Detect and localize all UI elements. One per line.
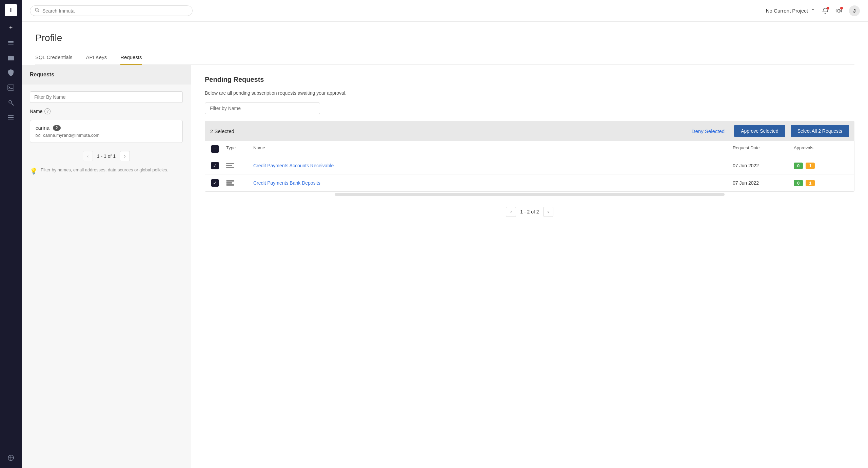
filter-by-name-input[interactable] <box>30 91 183 103</box>
row2-name[interactable]: Credit Payments Bank Deposits <box>250 175 729 190</box>
user-email: carina.myrand@immuta.com <box>36 133 177 138</box>
svg-rect-2 <box>8 44 14 44</box>
type-icon-row1 <box>226 163 246 168</box>
sidebar-item-layers[interactable] <box>5 37 17 49</box>
name-column-header: Name ? <box>30 108 183 114</box>
user-name: carina <box>36 125 50 131</box>
row2-type <box>223 175 250 190</box>
tab-sql-credentials[interactable]: SQL Credentials <box>35 52 73 65</box>
requests-section: 2 Selected Deny Selected Approve Selecte… <box>205 121 854 197</box>
col-approvals: Approvals <box>790 141 838 157</box>
broadcast-button[interactable] <box>835 7 842 14</box>
filter-name-input[interactable] <box>205 102 320 114</box>
svg-rect-1 <box>8 42 14 43</box>
col-actions <box>838 141 851 157</box>
col-checkbox: − <box>208 141 223 157</box>
col-name: Name <box>250 141 729 157</box>
sidebar-item-add[interactable]: + <box>5 22 17 34</box>
type-icon-row2 <box>226 180 246 186</box>
tab-api-keys[interactable]: API Keys <box>86 52 107 65</box>
left-panel-header: Requests <box>22 65 191 85</box>
approve-selected-button[interactable]: Approve Selected <box>734 125 785 137</box>
svg-rect-9 <box>8 117 14 118</box>
selection-bar: 2 Selected Deny Selected Approve Selecte… <box>205 121 854 141</box>
selected-count: 2 Selected <box>210 128 682 134</box>
content: Profile SQL Credentials API Keys Request… <box>22 22 868 468</box>
checkbox-row2[interactable]: ✓ <box>211 179 219 187</box>
left-panel-body: Name ? carina 2 carina.myrand@immuta.com <box>22 85 191 468</box>
right-panel: Pending Requests Below are all pending s… <box>191 65 868 468</box>
body-split: Requests Name ? carina 2 ca <box>22 65 868 468</box>
notification-dot <box>827 7 829 10</box>
row1-approvals: 0 1 <box>790 158 838 174</box>
requests-pagination-info: 1 - 2 of 2 <box>520 209 539 214</box>
deny-selected-button[interactable]: Deny Selected <box>688 126 729 136</box>
table-row: ✓ Credit Payments Accounts Receivable <box>205 157 854 174</box>
row1-checkbox[interactable]: ✓ <box>208 157 223 174</box>
left-pagination: ‹ 1 - 1 of 1 › <box>30 151 183 161</box>
user-card[interactable]: carina 2 carina.myrand@immuta.com <box>30 120 183 143</box>
pending-title: Pending Requests <box>205 76 854 83</box>
table-row: ✓ Credit Payments Bank Deposits 07 J <box>205 174 854 191</box>
sidebar-item-terminal[interactable] <box>5 81 17 94</box>
pagination-info: 1 - 1 of 1 <box>97 153 116 159</box>
pending-desc: Below are all pending subscription reque… <box>205 90 854 96</box>
project-label: No Current Project <box>766 8 808 14</box>
select-all-button[interactable]: Select All 2 Requests <box>791 125 849 137</box>
user-badge: 2 <box>53 125 61 131</box>
page-header: Profile SQL Credentials API Keys Request… <box>22 22 868 65</box>
main-content: No Current Project ⌃ J Profile SQL Crede… <box>22 0 868 468</box>
search-icon <box>35 8 40 14</box>
tabs: SQL Credentials API Keys Requests <box>35 52 854 65</box>
prev-requests-button[interactable]: ‹ <box>506 207 516 217</box>
select-all-checkbox[interactable]: − <box>211 145 219 153</box>
row2-date: 07 Jun 2022 <box>729 175 790 190</box>
row1-approved-badge: 0 <box>794 163 803 169</box>
svg-rect-16 <box>838 10 840 12</box>
checkbox-row1[interactable]: ✓ <box>211 162 219 169</box>
svg-point-14 <box>35 8 38 11</box>
sidebar-item-list[interactable] <box>5 111 17 124</box>
col-date: Request Date <box>729 141 790 157</box>
bottom-pagination: ‹ 1 - 2 of 2 › <box>205 207 854 217</box>
sidebar-item-shield[interactable] <box>5 67 17 79</box>
sidebar: I + <box>0 0 22 468</box>
prev-page-button[interactable]: ‹ <box>83 151 93 161</box>
topbar: No Current Project ⌃ J <box>22 0 868 22</box>
col-type: Type <box>223 141 250 157</box>
horizontal-scrollbar[interactable] <box>335 193 725 196</box>
row1-name[interactable]: Credit Payments Accounts Receivable <box>250 158 729 173</box>
table-header: − Type Name Request Date Approvals <box>205 141 854 157</box>
next-page-button[interactable]: › <box>120 151 130 161</box>
svg-rect-3 <box>8 85 14 90</box>
notifications-button[interactable] <box>822 7 829 14</box>
svg-line-15 <box>38 11 39 12</box>
help-icon[interactable]: ? <box>44 108 51 114</box>
user-card-top: carina 2 <box>36 125 177 131</box>
chevron-icon: ⌃ <box>811 8 815 14</box>
svg-rect-10 <box>8 119 14 119</box>
row1-pending-badge: 1 <box>806 163 815 169</box>
row2-scroll <box>838 178 851 188</box>
next-requests-button[interactable]: › <box>543 207 553 217</box>
row2-approvals: 0 1 <box>790 175 838 191</box>
hint-box: 💡 Filter by names, email addresses, data… <box>30 167 183 176</box>
sidebar-logo[interactable]: I <box>5 4 17 16</box>
row2-approvals-cell: 0 1 <box>794 180 834 186</box>
svg-rect-8 <box>8 115 14 116</box>
search-input[interactable] <box>42 8 188 14</box>
row1-scroll <box>838 161 851 170</box>
user-avatar[interactable]: J <box>849 5 860 16</box>
tab-requests[interactable]: Requests <box>120 52 142 65</box>
sidebar-item-settings[interactable] <box>5 452 17 464</box>
left-panel: Requests Name ? carina 2 ca <box>22 65 191 468</box>
sidebar-item-key[interactable] <box>5 96 17 109</box>
row2-checkbox[interactable]: ✓ <box>208 174 223 191</box>
sidebar-item-folder[interactable] <box>5 52 17 64</box>
search-box[interactable] <box>30 5 193 16</box>
requests-table: − Type Name Request Date Approvals ✓ <box>205 141 854 192</box>
broadcast-dot <box>840 7 843 10</box>
project-selector[interactable]: No Current Project ⌃ <box>766 8 815 14</box>
topbar-right: No Current Project ⌃ J <box>766 5 860 16</box>
row2-approved-badge: 0 <box>794 180 803 186</box>
